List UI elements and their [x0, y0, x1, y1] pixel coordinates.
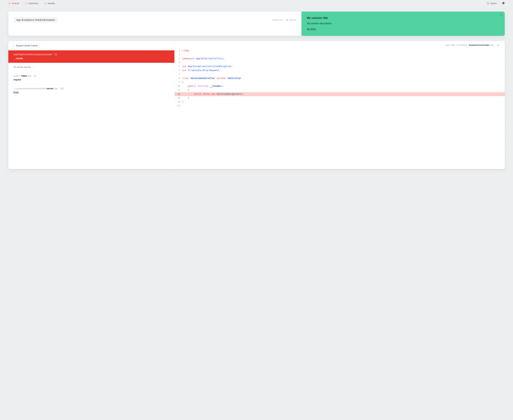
code-line: 10 public function __invoke()	[175, 84, 505, 88]
code-line: 15	[175, 104, 505, 108]
exception-row: App\Exceptions\SolutionException PHP 8.2…	[14, 17, 296, 23]
nav-share[interactable]: SHARE	[44, 2, 55, 5]
code-line: 2	[175, 53, 505, 57]
frames-column: Expand vendor frames App\Http\Controller…	[8, 41, 175, 169]
code-line: 14}	[175, 100, 505, 104]
share-icon	[44, 2, 46, 5]
ns-part: Exceptions	[22, 19, 34, 21]
solution-panel: My solution title My solution descriptio…	[301, 12, 505, 36]
nav-stack-label: STACK	[12, 2, 19, 5]
code-line: 6use Illuminate\Http\Request;	[175, 68, 505, 73]
code-view: 1<?php 2 3namespace App\Http\Controllers…	[175, 48, 505, 108]
code-line: 8class SolutionController extends Contro…	[175, 76, 505, 80]
frame-fn: __invoke	[14, 57, 169, 60]
laravel-icon	[286, 19, 288, 21]
frame-fn: [top]	[14, 91, 169, 94]
exception-class[interactable]: App\Exceptions\SolutionException	[14, 17, 58, 23]
solution-description: My solution description	[307, 22, 499, 25]
top-nav-right: DOCS	[487, 2, 505, 5]
frame-path: ~/.composer/vendor/laravel/valet/server.…	[14, 87, 169, 90]
code-column: app/Http/Controllers/SolutionController.…	[175, 41, 505, 169]
docs-icon	[487, 2, 489, 5]
versions: PHP 8.2.5 9.52.8	[272, 19, 296, 21]
frame-item[interactable]: public / index.php : 51 require	[8, 72, 174, 84]
top-nav-left: STACK CONTEXT SHARE	[8, 2, 55, 5]
nav-context-label: CONTEXT	[28, 2, 39, 5]
frame-path: public / index.php : 51	[14, 74, 169, 78]
exception-card: App\Exceptions\SolutionException PHP 8.2…	[8, 12, 505, 36]
ns-sep: \	[34, 19, 35, 21]
ns-sep: \	[21, 19, 22, 21]
code-line: 5use App\Exceptions\SolutionException;	[175, 65, 505, 68]
expand-vendor-button[interactable]: Expand vendor frames	[11, 43, 40, 48]
stack-card: Expand vendor frames App\Http\Controller…	[8, 41, 505, 169]
stack-icon	[8, 2, 11, 5]
chevron-down-icon	[33, 66, 35, 68]
code-line: 7	[175, 73, 505, 76]
code-line-highlighted: 12 return throw new SolutionException();	[175, 92, 505, 96]
vendor-collapsed-label: 43 vendor frames	[14, 65, 31, 69]
frame-path: App\Http\Controllers\SolutionController …	[14, 53, 169, 56]
frame-selected[interactable]: App\Http\Controllers\SolutionController …	[8, 50, 174, 63]
ns-part: App	[16, 19, 21, 21]
code-line: 9{	[175, 80, 505, 84]
code-line: 13 }	[175, 96, 505, 100]
framework-version: 9.52.8	[286, 19, 296, 21]
frame-fn: require	[14, 78, 169, 82]
nav-share-label: SHARE	[48, 2, 55, 5]
solution-title: My solution title	[307, 16, 499, 20]
expand-vendor-label: Expand vendor frames	[16, 45, 38, 47]
code-line: 3namespace App\Http\Controllers;	[175, 57, 505, 61]
solution-link[interactable]: My docs	[307, 28, 316, 30]
nav-context[interactable]: CONTEXT	[25, 2, 39, 5]
top-nav: STACK CONTEXT SHARE DOCS	[0, 0, 513, 7]
code-line: 11 {	[175, 88, 505, 92]
code-line: 1<?php	[175, 49, 505, 53]
expand-icon	[13, 45, 15, 47]
nav-stack[interactable]: STACK	[8, 2, 19, 5]
vendor-collapsed[interactable]: 43 vendor frames	[8, 63, 174, 72]
settings-button[interactable]	[502, 2, 505, 5]
code-line: 4	[175, 60, 505, 65]
close-icon[interactable]	[500, 14, 502, 17]
exception-summary: App\Exceptions\SolutionException PHP 8.2…	[8, 12, 301, 36]
nav-docs[interactable]: DOCS	[487, 2, 497, 5]
nav-docs-label: DOCS	[491, 2, 497, 5]
context-icon	[25, 2, 27, 5]
php-version: PHP 8.2.5	[272, 19, 283, 21]
frame-item[interactable]: ~/.composer/vendor/laravel/valet/server.…	[8, 84, 174, 97]
ns-part: SolutionException	[35, 19, 55, 21]
framework-version-text: 9.52.8	[289, 19, 296, 21]
file-breadcrumb: app/Http/Controllers/SolutionController.…	[175, 41, 505, 48]
